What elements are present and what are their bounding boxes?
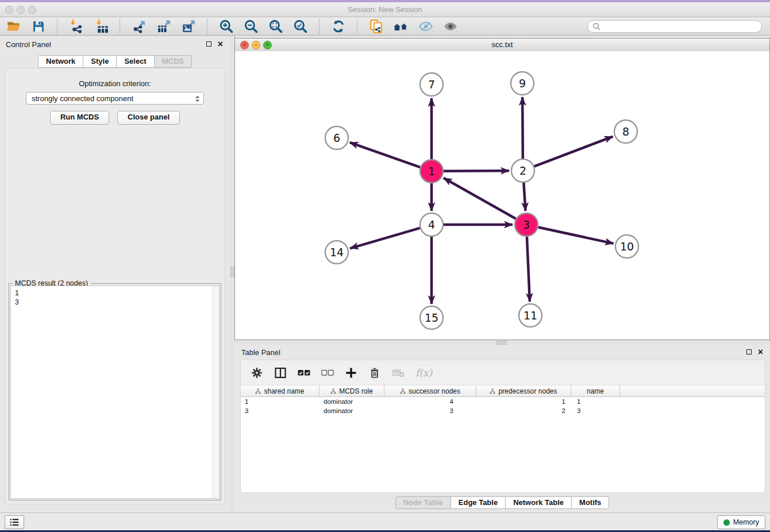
column-header-successor-nodes[interactable]: successor nodes xyxy=(384,385,476,396)
toolbar-separator xyxy=(57,19,58,34)
hide-selection-icon[interactable] xyxy=(418,18,434,34)
graph-node-4[interactable]: 4 xyxy=(420,213,443,236)
sort-hierarchy-icon xyxy=(330,388,336,394)
graph-node-10[interactable]: 10 xyxy=(615,235,638,258)
toolbar-separator xyxy=(120,19,121,34)
cell-mcds-role[interactable]: dominator xyxy=(319,406,384,415)
clone-network-icon[interactable] xyxy=(368,18,384,34)
column-header-mcds-role[interactable]: MCDS role xyxy=(319,385,384,396)
sort-hierarchy-icon xyxy=(255,388,261,394)
network-view-window: × − + scc.txt 1234678910111415 xyxy=(234,38,770,340)
network-window-title: scc.txt xyxy=(235,38,769,51)
graph-node-14[interactable]: 14 xyxy=(325,241,348,264)
graph-node-8[interactable]: 8 xyxy=(614,120,637,143)
search-field[interactable] xyxy=(587,20,762,33)
zoom-selected-icon[interactable] xyxy=(292,18,309,34)
cell-mcds-role[interactable]: dominator xyxy=(319,397,384,406)
tab-select[interactable]: Select xyxy=(117,55,154,68)
delete-column-trash-icon[interactable] xyxy=(368,367,381,379)
tab-network[interactable]: Network xyxy=(38,55,83,68)
main-titlebar[interactable]: Session: New Session xyxy=(0,2,770,17)
unselect-all-columns-icon[interactable] xyxy=(321,367,334,379)
graph-node-15[interactable]: 15 xyxy=(420,306,443,329)
tab-node-table[interactable]: Node Table xyxy=(395,496,451,509)
svg-text:10: 10 xyxy=(620,240,634,253)
main-toolbar xyxy=(0,17,770,36)
zoom-in-icon[interactable] xyxy=(218,18,234,34)
svg-text:3: 3 xyxy=(523,218,530,231)
cell-name[interactable]: 3 xyxy=(571,406,620,415)
column-header-name[interactable]: name xyxy=(571,385,620,396)
svg-text:14: 14 xyxy=(330,246,344,259)
export-network-icon[interactable] xyxy=(131,18,147,34)
cell-predecessor-nodes[interactable]: 2 xyxy=(476,406,571,415)
network-canvas[interactable]: 1234678910111415 xyxy=(235,51,769,340)
tab-edge-table[interactable]: Edge Table xyxy=(451,496,506,509)
close-panel-icon[interactable]: × xyxy=(218,41,223,47)
import-table-icon[interactable] xyxy=(93,18,109,34)
search-input[interactable] xyxy=(603,22,757,31)
graph-node-2[interactable]: 2 xyxy=(511,159,534,182)
list-icon xyxy=(9,517,20,527)
close-panel-button[interactable]: Close panel xyxy=(117,111,180,125)
session-title: Session: New Session xyxy=(0,2,770,17)
cell-shared-name[interactable]: 3 xyxy=(241,406,319,415)
graph-node-1[interactable]: 1 xyxy=(420,160,443,183)
table-row[interactable]: 3 dominator 3 2 3 xyxy=(241,406,765,415)
tab-style[interactable]: Style xyxy=(83,55,117,68)
show-column-panel-icon[interactable] xyxy=(274,367,287,379)
zoom-fit-icon[interactable] xyxy=(268,18,284,34)
graph-node-11[interactable]: 11 xyxy=(519,304,542,327)
select-all-columns-icon[interactable] xyxy=(298,367,310,379)
table-settings-gear-icon[interactable] xyxy=(251,367,263,379)
tab-mcds[interactable]: MCDS xyxy=(155,55,192,68)
import-network-icon[interactable] xyxy=(68,18,84,34)
function-builder-icon[interactable]: f(x) xyxy=(415,367,432,379)
delete-table-icon[interactable] xyxy=(392,367,405,379)
float-panel-icon[interactable] xyxy=(206,41,211,47)
graph-node-6[interactable]: 6 xyxy=(325,126,348,149)
control-panel: Control Panel × Network Style Select MCD… xyxy=(0,36,230,512)
svg-text:11: 11 xyxy=(523,309,537,322)
control-panel-title: Control Panel xyxy=(6,40,51,49)
cell-predecessor-nodes[interactable]: 1 xyxy=(476,397,571,406)
task-history-button[interactable] xyxy=(5,515,24,529)
cell-successor-nodes[interactable]: 4 xyxy=(384,397,476,406)
close-table-panel-icon[interactable]: × xyxy=(758,349,763,355)
zoom-out-icon[interactable] xyxy=(243,18,259,34)
export-table-icon[interactable] xyxy=(156,18,172,34)
mcds-result-area[interactable]: 1 3 xyxy=(10,286,220,499)
column-header-shared-name[interactable]: shared name xyxy=(241,385,319,396)
graph-node-7[interactable]: 7 xyxy=(420,73,443,96)
tab-motifs[interactable]: Motifs xyxy=(572,496,609,509)
splitter-grip[interactable] xyxy=(230,267,234,277)
tab-network-table[interactable]: Network Table xyxy=(506,496,572,509)
first-neighbors-icon[interactable] xyxy=(393,18,409,34)
memory-button[interactable]: Memory xyxy=(717,515,765,529)
memory-status-icon xyxy=(723,519,730,526)
network-window-titlebar[interactable]: × − + scc.txt xyxy=(235,38,769,52)
open-file-icon[interactable] xyxy=(6,18,22,34)
cell-shared-name[interactable]: 1 xyxy=(241,397,319,406)
create-column-plus-icon[interactable] xyxy=(345,367,357,379)
optimization-criterion-select[interactable]: strongly connected component xyxy=(26,92,204,105)
graph-node-9[interactable]: 9 xyxy=(511,72,534,95)
splitter-grip[interactable] xyxy=(496,341,507,345)
run-mcds-button[interactable]: Run MCDS xyxy=(50,111,109,125)
apply-layout-icon[interactable] xyxy=(330,18,346,34)
cell-successor-nodes[interactable]: 3 xyxy=(384,406,476,415)
save-session-icon[interactable] xyxy=(30,18,47,34)
export-image-icon[interactable] xyxy=(180,18,197,34)
float-table-panel-icon[interactable] xyxy=(746,349,752,354)
cell-name[interactable]: 1 xyxy=(571,397,620,406)
toolbar-separator xyxy=(207,19,208,34)
table-row[interactable]: 1 dominator 4 1 1 xyxy=(241,397,765,406)
table-toolbar: f(x) xyxy=(241,360,765,385)
column-header-predecessor-nodes[interactable]: predecessor nodes xyxy=(476,385,571,396)
graph-node-3[interactable]: 3 xyxy=(515,213,538,236)
svg-text:8: 8 xyxy=(622,125,629,138)
result-scrollbar[interactable] xyxy=(212,286,219,498)
svg-text:15: 15 xyxy=(425,311,438,324)
show-all-icon[interactable] xyxy=(442,18,459,34)
toolbar-separator xyxy=(357,19,358,34)
